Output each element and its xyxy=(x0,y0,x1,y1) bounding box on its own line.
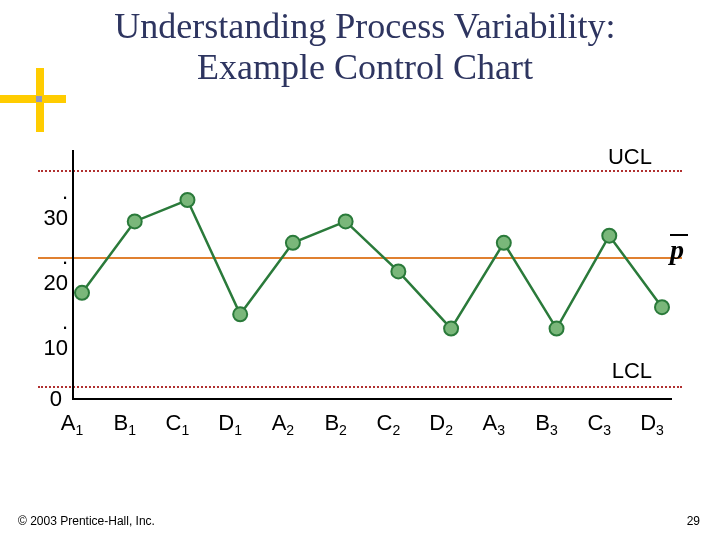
data-point-A3 xyxy=(497,236,511,250)
data-point-B2 xyxy=(339,214,353,228)
x-tick-B1: B1 xyxy=(101,410,149,437)
title-line-1: Understanding Process Variability: xyxy=(114,6,615,46)
data-point-D1 xyxy=(233,307,247,321)
control-chart: UCL p LCL . 30 . 20 . 10 0 A1B1C1D1A2B2C… xyxy=(38,150,682,430)
x-tick-D3: D3 xyxy=(628,410,676,437)
page-number: 29 xyxy=(687,514,700,528)
x-tick-B3: B3 xyxy=(523,410,571,437)
x-tick-D2: D2 xyxy=(417,410,465,437)
data-point-C1 xyxy=(180,193,194,207)
x-tick-D1: D1 xyxy=(206,410,254,437)
series-line xyxy=(82,200,662,329)
x-tick-B2: B2 xyxy=(312,410,360,437)
data-point-B3 xyxy=(550,322,564,336)
x-tick-A1: A1 xyxy=(48,410,96,437)
y-tick-10: . 10 xyxy=(34,309,68,361)
x-tick-C1: C1 xyxy=(153,410,201,437)
title-accent-square xyxy=(36,96,42,102)
x-tick-A3: A3 xyxy=(470,410,518,437)
y-tick-20: . 20 xyxy=(34,244,68,296)
data-point-B1 xyxy=(128,214,142,228)
data-point-D3 xyxy=(655,300,669,314)
plot-area xyxy=(72,150,672,400)
data-point-C3 xyxy=(602,229,616,243)
title-line-2: Example Control Chart xyxy=(197,47,533,87)
data-point-A2 xyxy=(286,236,300,250)
data-point-A1 xyxy=(75,286,89,300)
y-tick-0: 0 xyxy=(28,386,62,412)
pbar-label: p xyxy=(670,234,688,266)
series-points xyxy=(75,193,669,336)
slide-title: Understanding Process Variability: Examp… xyxy=(60,6,670,89)
data-point-C2 xyxy=(391,264,405,278)
title-accent-bar xyxy=(0,95,66,103)
data-point-D2 xyxy=(444,322,458,336)
x-tick-A2: A2 xyxy=(259,410,307,437)
slide: Understanding Process Variability: Examp… xyxy=(0,0,720,540)
x-tick-C3: C3 xyxy=(575,410,623,437)
x-tick-C2: C2 xyxy=(364,410,412,437)
pbar-letter: p xyxy=(670,234,684,265)
y-tick-30: . 30 xyxy=(34,179,68,231)
copyright: © 2003 Prentice-Hall, Inc. xyxy=(18,514,155,528)
